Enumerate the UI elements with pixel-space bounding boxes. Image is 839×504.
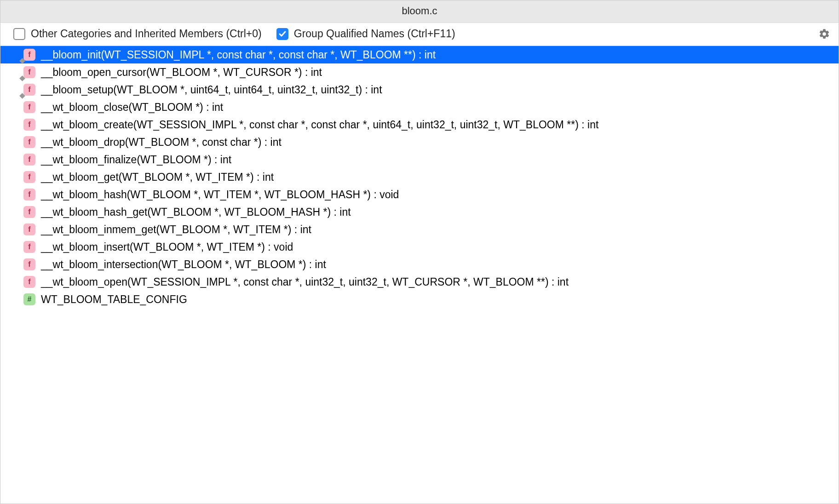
outline-window: bloom.c Other Categories and Inherited M… xyxy=(0,0,839,504)
function-icon: f xyxy=(23,154,35,166)
static-overlay-icon xyxy=(19,75,25,81)
list-item-label: WT_BLOOM_TABLE_CONFIG xyxy=(41,293,187,306)
list-item-label: __wt_bloom_finalize(WT_BLOOM *) : int xyxy=(41,154,231,166)
function-icon: f xyxy=(23,206,35,218)
function-icon: f xyxy=(23,258,35,270)
list-item-label: __wt_bloom_get(WT_BLOOM *, WT_ITEM *) : … xyxy=(41,171,274,183)
list-item[interactable]: f__wt_bloom_hash(WT_BLOOM *, WT_ITEM *, … xyxy=(0,186,839,203)
function-icon: f xyxy=(23,49,35,61)
list-item[interactable]: #WT_BLOOM_TABLE_CONFIG xyxy=(0,291,839,308)
list-item[interactable]: f__wt_bloom_finalize(WT_BLOOM *) : int xyxy=(0,151,839,168)
list-item-label: __wt_bloom_drop(WT_BLOOM *, const char *… xyxy=(41,136,282,149)
list-item[interactable]: f__bloom_init(WT_SESSION_IMPL *, const c… xyxy=(0,46,839,63)
list-item-label: __wt_bloom_inmem_get(WT_BLOOM *, WT_ITEM… xyxy=(41,223,311,236)
list-item[interactable]: f__wt_bloom_get(WT_BLOOM *, WT_ITEM *) :… xyxy=(0,168,839,186)
group-qualified-checkbox[interactable] xyxy=(276,28,288,40)
function-icon: f xyxy=(23,136,35,148)
list-item[interactable]: f__bloom_open_cursor(WT_BLOOM *, WT_CURS… xyxy=(0,63,839,81)
other-categories-checkbox[interactable] xyxy=(13,28,25,40)
list-item[interactable]: f__bloom_setup(WT_BLOOM *, uint64_t, uin… xyxy=(0,81,839,98)
function-icon: f xyxy=(23,119,35,131)
function-icon: f xyxy=(23,189,35,200)
list-item[interactable]: f__wt_bloom_intersection(WT_BLOOM *, WT_… xyxy=(0,256,839,273)
function-icon: f xyxy=(23,223,35,235)
list-item[interactable]: f__wt_bloom_open(WT_SESSION_IMPL *, cons… xyxy=(0,273,839,291)
static-overlay-icon xyxy=(19,93,25,99)
function-icon: f xyxy=(23,171,35,183)
settings-button[interactable] xyxy=(818,28,830,40)
list-item-label: __bloom_setup(WT_BLOOM *, uint64_t, uint… xyxy=(41,84,382,96)
list-item-label: __wt_bloom_insert(WT_BLOOM *, WT_ITEM *)… xyxy=(41,241,293,253)
options-bar: Other Categories and Inherited Members (… xyxy=(0,23,839,46)
function-icon: f xyxy=(23,84,35,96)
define-icon: # xyxy=(23,293,35,305)
list-item-label: __bloom_init(WT_SESSION_IMPL *, const ch… xyxy=(41,49,436,61)
function-icon: f xyxy=(23,241,35,253)
list-item-label: __wt_bloom_close(WT_BLOOM *) : int xyxy=(41,101,223,114)
list-item[interactable]: f__wt_bloom_hash_get(WT_BLOOM *, WT_BLOO… xyxy=(0,203,839,221)
function-icon: f xyxy=(23,66,35,78)
title-bar: bloom.c xyxy=(0,0,839,23)
window-title: bloom.c xyxy=(402,5,437,17)
gear-icon xyxy=(818,28,830,40)
members-list[interactable]: f__bloom_init(WT_SESSION_IMPL *, const c… xyxy=(0,46,839,504)
list-item-label: __bloom_open_cursor(WT_BLOOM *, WT_CURSO… xyxy=(41,66,322,79)
list-item-label: __wt_bloom_open(WT_SESSION_IMPL *, const… xyxy=(41,276,569,288)
list-item-label: __wt_bloom_create(WT_SESSION_IMPL *, con… xyxy=(41,119,598,131)
list-item[interactable]: f__wt_bloom_drop(WT_BLOOM *, const char … xyxy=(0,133,839,151)
list-item[interactable]: f__wt_bloom_inmem_get(WT_BLOOM *, WT_ITE… xyxy=(0,221,839,238)
list-item[interactable]: f__wt_bloom_create(WT_SESSION_IMPL *, co… xyxy=(0,116,839,133)
list-item-label: __wt_bloom_hash_get(WT_BLOOM *, WT_BLOOM… xyxy=(41,206,351,218)
list-item[interactable]: f__wt_bloom_close(WT_BLOOM *) : int xyxy=(0,98,839,116)
other-categories-label[interactable]: Other Categories and Inherited Members (… xyxy=(31,28,262,40)
static-overlay-icon xyxy=(19,58,25,64)
list-item-label: __wt_bloom_intersection(WT_BLOOM *, WT_B… xyxy=(41,258,326,271)
function-icon: f xyxy=(23,101,35,113)
list-item-label: __wt_bloom_hash(WT_BLOOM *, WT_ITEM *, W… xyxy=(41,189,399,201)
group-qualified-label[interactable]: Group Qualified Names (Ctrl+F11) xyxy=(294,28,455,40)
function-icon: f xyxy=(23,276,35,288)
list-item[interactable]: f__wt_bloom_insert(WT_BLOOM *, WT_ITEM *… xyxy=(0,238,839,256)
